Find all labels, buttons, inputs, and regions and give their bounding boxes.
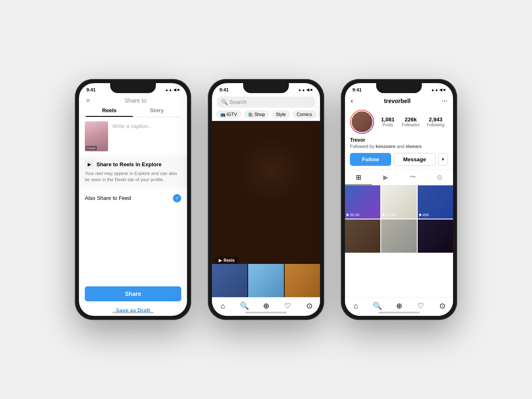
tab-reels-profile[interactable]: ▶ [372,170,399,185]
status-time-1: 9:41 [86,87,96,92]
status-icons-3: ▲▲ ◀ ■ [431,88,446,92]
reel-thumb-3[interactable] [285,264,320,297]
save-draft-button[interactable]: Save as Draft [79,305,187,316]
nav-profile-3[interactable]: ⊙ [437,301,447,311]
search-bar[interactable]: 🔍 Search [217,96,315,108]
reels-text: Reels [224,258,235,263]
reels-story-tabs: Reels Story [86,104,180,117]
grid-cell-6[interactable] [418,219,453,253]
search-icon: 🔍 [221,99,228,105]
status-icons-1: ▲▲ ◀ ■ [165,88,180,92]
cat-style-label: Style [276,112,286,117]
main-reel-video[interactable]: ▶ Reels [212,121,320,297]
notch-2 [243,83,289,93]
nav-search[interactable]: 🔍 [239,301,249,311]
profile-header-bar: ‹ trevorbell ··· [345,95,453,107]
igtv-icon: 📺 [220,112,225,117]
share-explore-label: Share to Reels in Explore [96,161,162,167]
message-button[interactable]: Message [394,153,436,166]
nav-profile[interactable]: ⊙ [304,301,314,311]
nav-home-3[interactable]: ⌂ [351,301,361,311]
nav-add-3[interactable]: ⊕ [394,301,404,311]
tab-tagged[interactable]: ⊙ [426,170,453,185]
following-count: 2,943 [427,116,444,123]
tab-reels[interactable]: Reels [86,104,133,117]
followed-user-2: eloears [406,144,422,149]
share-feed-checkbox[interactable]: ✓ [173,194,181,202]
tab-grid[interactable]: ⊞ [345,170,372,185]
avatar-photo [351,111,373,133]
shop-icon: 🛍️ [248,112,253,117]
tab-story[interactable]: Story [133,104,180,117]
share-header: ✕ Share to [79,95,187,104]
follow-button[interactable]: Follow [350,153,391,166]
grid-cell-5[interactable] [381,219,416,253]
tab-igtv-profile[interactable]: 〜 [399,170,426,185]
scene: 9:41 ▲▲ ◀ ■ ✕ Share to Reels Story Write… [17,79,515,320]
status-time-2: 9:41 [219,87,229,92]
profile-stats-row: 1,081 Posts 226k Followers 2,943 Followi… [345,107,453,136]
avatar [350,110,374,134]
stat-following: 2,943 Following [427,116,444,127]
profile-followed-by: Followed by kenzoere and eloears [345,144,453,151]
grid-row-1: 30.2K 37.3K 45K [345,185,453,219]
followed-user-1: kenzoere [376,144,396,149]
action-buttons: Follow Message ▾ [345,151,453,169]
cat-shop[interactable]: 🛍️ Shop [244,110,269,118]
cat-tv-movies[interactable]: TV & Movie [319,110,320,118]
search-placeholder: Search [229,99,246,105]
phone3-content: 9:41 ▲▲ ◀ ■ ‹ trevorbell ··· 1,081 [345,83,453,316]
stat-followers: 226k Followers [402,116,420,127]
share-to-label: Share to [125,97,147,104]
caption-row: Write a caption... [79,117,187,155]
status-icons-2: ▲▲ ◀ ■ [298,88,313,92]
nav-search-3[interactable]: 🔍 [372,301,382,311]
share-button[interactable]: Share [85,286,181,301]
nav-home[interactable]: ⌂ [218,301,228,311]
grid-cell-4[interactable] [345,219,380,253]
cat-comics-label: Comics [297,112,312,117]
home-indicator-2 [245,312,287,313]
reel-thumbnails [212,264,320,297]
reels-explore-icon: ▶ [85,160,94,169]
cat-comics[interactable]: Comics [293,110,316,118]
reels-label: ▶ Reels [215,257,238,264]
stats-group: 1,081 Posts 226k Followers 2,943 Followi… [377,116,448,127]
grid-cell-1[interactable]: 30.2K [345,185,380,219]
phone1-content: 9:41 ▲▲ ◀ ■ ✕ Share to Reels Story Write… [79,83,187,316]
notch-3 [376,83,422,93]
close-icon[interactable]: ✕ [86,97,91,104]
grid-cell-2[interactable]: 37.3K [381,185,416,219]
more-options-icon[interactable]: ··· [442,97,447,105]
dropdown-button[interactable]: ▾ [438,153,448,166]
categories-row: 📺 IGTV 🛍️ Shop Style Comics TV & Movie [212,110,320,121]
reel-thumb-2[interactable] [248,264,283,297]
grid-cell-3[interactable]: 45K [418,185,453,219]
followers-count: 226k [402,116,420,123]
notch-1 [110,83,156,93]
phone-3: 9:41 ▲▲ ◀ ■ ‹ trevorbell ··· 1,081 [341,79,457,320]
home-indicator-1 [112,312,154,313]
profile-username: trevorbell [353,98,441,104]
cat-shop-label: Shop [254,112,265,117]
phone-1: 9:41 ▲▲ ◀ ■ ✕ Share to Reels Story Write… [75,79,191,320]
video-thumbnail [85,121,108,151]
nav-add[interactable]: ⊕ [261,301,271,311]
reel-thumb-1[interactable] [212,264,247,297]
following-label: Following [427,123,444,127]
nav-heart-3[interactable]: ♡ [416,301,426,311]
phone2-content: 9:41 ▲▲ ◀ ■ 🔍 Search 📺 IGTV 🛍️ Shop [212,83,320,316]
play-count-2: 37.3K [383,213,396,217]
nav-heart[interactable]: ♡ [283,301,293,311]
profile-grid: 30.2K 37.3K 45K [345,185,453,297]
grid-row-2 [345,219,453,253]
profile-display-name: Trevor [345,136,453,144]
cat-style[interactable]: Style [271,110,290,118]
play-count-1: 30.2K [347,213,360,217]
cat-igtv-label: IGTV [227,112,237,117]
stat-posts: 1,081 Posts [381,116,395,127]
caption-input[interactable]: Write a caption... [112,121,181,129]
cat-igtv[interactable]: 📺 IGTV [216,110,241,118]
share-feed-row: Also Share to Feed ✓ [79,190,187,207]
reels-feed: ▶ Reels [212,121,320,297]
